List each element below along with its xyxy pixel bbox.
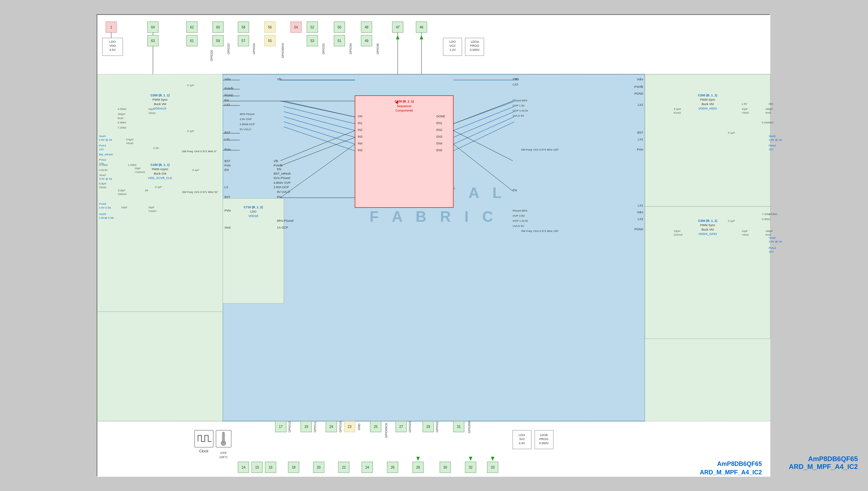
svg-text:SW Freq: CK2 0.571 MHz 103°: SW Freq: CK2 0.571 MHz 103° — [521, 148, 559, 151]
svg-text:BST: BST — [224, 195, 231, 199]
svg-text:IN5: IN5 — [358, 149, 362, 152]
svg-text:PROG: PROG — [539, 437, 549, 441]
svg-text:4.804V OVP: 4.804V OVP — [274, 181, 291, 184]
svg-text:Bat_refresh: Bat_refresh — [99, 153, 113, 156]
svg-text:46: 46 — [419, 25, 423, 29]
svg-text:10µF: 10µF — [742, 107, 748, 111]
svg-text:SW Freq: CK0 0.571 MHz 0°: SW Freq: CK0 0.571 MHz 0° — [182, 150, 217, 153]
svg-text:12V: 12V — [99, 148, 104, 151]
svg-text:1.43kΩ: 1.43kΩ — [128, 163, 137, 166]
svg-text:61: 61 — [190, 39, 194, 43]
svg-text:2.6V @ 2A: 2.6V @ 2A — [99, 138, 112, 141]
svg-text:28: 28 — [416, 466, 420, 469]
svg-text:GPIO10: GPIO10 — [339, 421, 342, 433]
svg-text:20µF: 20µF — [135, 167, 141, 170]
svg-text:3.3V @ 2A: 3.3V @ 2A — [99, 177, 112, 180]
svg-text:ON: ON — [358, 115, 362, 118]
svg-text:2.6V OVP: 2.6V OVP — [240, 118, 252, 121]
svg-text:<5mΩ: <5mΩ — [148, 112, 156, 115]
svg-text:31: 31 — [457, 425, 461, 429]
svg-text:PVin5: PVin5 — [99, 202, 106, 205]
svg-text:4mΩ: 4mΩ — [765, 111, 771, 114]
svg-text:Vout4: Vout4 — [769, 236, 776, 239]
svg-text:VCC: VCC — [449, 44, 456, 47]
svg-text:LDO: LDO — [519, 433, 525, 437]
svg-text:1.8V: 1.8V — [742, 102, 747, 105]
svg-text:55: 55 — [268, 39, 272, 43]
svg-text:207mΩ: 207mΩ — [674, 233, 683, 236]
svg-text:OCP 1.417A: OCP 1.417A — [513, 109, 528, 112]
svg-text:0.1µF: 0.1µF — [728, 219, 735, 222]
svg-text:LX2: LX2 — [638, 103, 643, 106]
chip-name-line2: ARD_M_MPF_A4_IC2 — [789, 463, 858, 471]
svg-text:PWM Sync: PWM Sync — [700, 223, 715, 227]
svg-text:56: 56 — [268, 25, 272, 29]
svg-text:3V3: 3V3 — [519, 437, 525, 441]
svg-text:33: 33 — [491, 466, 495, 469]
svg-text:0.955V: 0.955V — [762, 218, 771, 221]
svg-text:49: 49 — [364, 39, 369, 43]
svg-text:GPIO30CK: GPIO30CK — [281, 43, 284, 58]
svg-text:60: 60 — [216, 25, 220, 29]
svg-text:20: 20 — [317, 466, 321, 469]
svg-text:2.6V @ 1A: 2.6V @ 1A — [769, 240, 782, 243]
svg-text:24: 24 — [365, 466, 369, 469]
svg-text:C200 (B_1_1): C200 (B_1_1) — [698, 219, 717, 222]
svg-text:EN: EN — [277, 195, 281, 199]
svg-text:24: 24 — [329, 425, 333, 429]
svg-text:Vout3: Vout3 — [769, 135, 776, 138]
svg-text:PGND: PGND — [634, 92, 644, 95]
svg-text:125°C: 125°C — [219, 455, 228, 459]
svg-text:Vout1: Vout1 — [99, 135, 106, 138]
svg-text:Vfb: Vfb — [274, 159, 278, 163]
svg-text:GPIO01: GPIO01 — [435, 421, 439, 433]
svg-text:54: 54 — [294, 25, 298, 29]
svg-text:16: 16 — [269, 466, 273, 469]
svg-text:UVLO 5V: UVLO 5V — [513, 114, 524, 117]
svg-text:PVin: PVin — [224, 209, 231, 212]
svg-text:GPIO03: GPIO03 — [408, 421, 412, 433]
svg-text:0.1µF: 0.1µF — [187, 84, 194, 87]
svg-text:PGood 85%: PGood 85% — [513, 209, 527, 212]
svg-text:25mΩ: 25mΩ — [99, 186, 106, 189]
svg-text:LX: LX — [224, 185, 228, 189]
svg-text:C710 (B_1_2): C710 (B_1_2) — [244, 205, 263, 209]
svg-text:15: 15 — [255, 466, 259, 469]
svg-text:GPIO22: GPIO22 — [227, 43, 230, 55]
svg-text:10µF: 10µF — [148, 107, 155, 111]
svg-text:6.8µH: 6.8µH — [99, 182, 106, 185]
svg-text:LDOa: LDOa — [471, 40, 479, 43]
svg-text:3.74kΩ: 3.74kΩ — [99, 163, 108, 166]
svg-text:0.966V: 0.966V — [118, 121, 126, 124]
svg-text:5V UVLO: 5V UVLO — [240, 128, 251, 131]
svg-text:10µF: 10µF — [148, 206, 155, 209]
svg-text:91% PGood: 91% PGood — [274, 176, 290, 180]
svg-text:LDOb: LDOb — [540, 433, 548, 437]
svg-text:81mΩ: 81mΩ — [674, 111, 681, 114]
svg-text:GPIO20: GPIO20 — [210, 50, 213, 61]
svg-text:100mΩ: 100mΩ — [118, 193, 126, 196]
svg-text:1A OCP: 1A OCP — [277, 226, 288, 229]
svg-rect-5 — [97, 312, 223, 421]
svg-text:Vout5: Vout5 — [99, 213, 106, 216]
svg-rect-0 — [97, 15, 770, 74]
svg-text:EN3: EN3 — [436, 135, 442, 138]
svg-text:58: 58 — [241, 25, 245, 29]
svg-text:0.000V: 0.000V — [470, 48, 480, 52]
svg-text:Buck VM: Buck VM — [702, 102, 714, 106]
svg-rect-265 — [222, 432, 224, 442]
svg-text:10µF: 10µF — [742, 230, 748, 233]
svg-text:EN2: EN2 — [436, 128, 442, 132]
svg-text:57: 57 — [241, 39, 245, 43]
svg-text:0.1µF: 0.1µF — [155, 185, 162, 189]
svg-text:SW Freq: CK1 0.571 MHz 51°: SW Freq: CK1 0.571 MHz 51° — [182, 191, 218, 194]
svg-text:Vdrv: Vdrv — [224, 78, 231, 81]
svg-text:1.8V @ 1A: 1.8V @ 1A — [769, 138, 782, 141]
svg-text:8.2µH: 8.2µH — [674, 107, 681, 111]
svg-text:EN: EN — [224, 168, 229, 172]
svg-text:Vfb: Vfb — [277, 78, 282, 81]
svg-text:BST: BST — [224, 159, 231, 163]
svg-text:EN5: EN5 — [436, 149, 442, 152]
svg-text:32: 32 — [469, 466, 473, 469]
svg-text:59: 59 — [216, 39, 220, 43]
